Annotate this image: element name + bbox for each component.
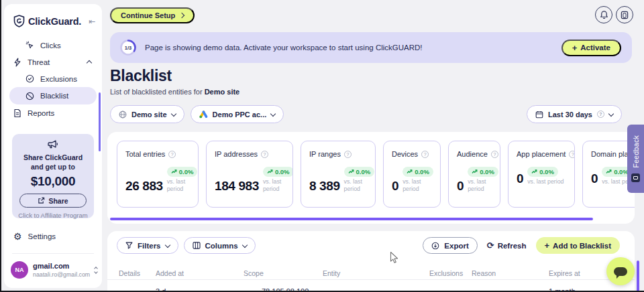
feedback-tab[interactable]: Feedback <box>627 125 644 193</box>
trend-badge: 0.0% <box>263 167 293 177</box>
trend-value: 0.0% <box>480 168 494 175</box>
bell-icon <box>600 10 608 19</box>
sidebar-item-settings[interactable]: ⚙ Settings <box>13 232 56 241</box>
columns-label: Columns <box>205 242 238 250</box>
date-range-value: Last 30 days <box>548 111 592 119</box>
tooltip-icon[interactable]: ? <box>569 151 575 158</box>
column-header-added-at[interactable]: Added at <box>156 269 184 277</box>
stat-card-ip-addresses: IP addresses? 184 983 0.0%vs. last perio… <box>206 141 293 208</box>
affiliate-promo-card[interactable]: Share ClickGuard and get up to $10,000 S… <box>12 134 94 218</box>
clickguard-shield-icon <box>13 15 25 27</box>
sidebar-item-label: Exclusions <box>40 75 77 83</box>
column-header-reason[interactable]: Reason <box>472 269 496 277</box>
tooltip-icon[interactable]: ? <box>491 151 498 158</box>
vs-label: vs. last period <box>167 178 198 193</box>
columns-button[interactable]: Columns <box>184 237 256 254</box>
subtitle-site-name: Demo site <box>205 88 240 96</box>
share-button[interactable]: Share <box>19 194 87 208</box>
add-to-blacklist-button[interactable]: + Add to Blacklist <box>536 237 621 254</box>
horizontal-scrollbar[interactable] <box>110 218 593 220</box>
vertical-scrollbar[interactable] <box>637 261 639 292</box>
plus-icon: + <box>545 241 550 250</box>
tooltip-icon[interactable]: ? <box>421 151 429 158</box>
account-selector[interactable]: Demo PPC ac... <box>191 105 284 123</box>
chevron-down-icon <box>170 111 176 116</box>
tooltip-icon[interactable]: ? <box>344 151 352 158</box>
plus-icon: + <box>572 44 578 52</box>
document-icon <box>13 108 21 118</box>
settings-label: Settings <box>28 232 56 240</box>
chevron-right-icon <box>179 13 184 18</box>
share-label: Share <box>48 197 68 205</box>
lightning-icon <box>13 58 21 67</box>
stat-label: App placement <box>517 150 566 158</box>
tooltip-icon[interactable]: ? <box>168 151 176 158</box>
check-circle-icon <box>25 74 34 83</box>
stat-card-devices: Devices? 0 0.0%vs. last period <box>383 141 441 208</box>
column-header-expires-at[interactable]: Expires at <box>549 269 580 277</box>
stat-label: Devices <box>392 150 418 158</box>
trend-value: 0.0% <box>539 168 554 175</box>
globe-icon <box>119 111 127 119</box>
filter-funnel-icon <box>125 242 133 249</box>
account-selector-value: Demo PPC ac... <box>213 111 267 119</box>
export-button[interactable]: Export <box>423 237 477 254</box>
promo-headline: Share ClickGuard and get up to <box>12 153 94 171</box>
site-selector[interactable]: Demo site <box>110 105 184 123</box>
continue-setup-button[interactable]: Continue Setup <box>110 7 195 23</box>
column-header-details[interactable]: Details <box>119 269 140 277</box>
sidebar-item-exclusions[interactable]: Exclusions <box>4 70 102 87</box>
user-menu[interactable]: NA gmail.com naatali.ro@gmail.com <box>11 261 97 279</box>
trend-up-icon <box>348 169 354 174</box>
date-range-selector[interactable]: Last 30 days ? <box>527 105 622 123</box>
stat-card-app-placement: App placement? 0 0.0%vs. last period <box>508 141 575 208</box>
refresh-button[interactable]: ⟳ Refresh <box>487 241 527 250</box>
promo-footer: Click to Affiliate Program <box>12 212 94 219</box>
stat-card-ip-ranges: IP ranges? 8 389 0.0%vs. last period <box>301 141 376 208</box>
sidebar-item-threat[interactable]: Threat <box>4 54 102 70</box>
chevron-down-icon <box>608 111 614 116</box>
demo-data-banner: 1/3 Page is showing demo data. Activate … <box>110 32 632 63</box>
docs-button[interactable] <box>616 6 633 23</box>
trend-up-icon <box>606 169 612 174</box>
continue-setup-label: Continue Setup <box>121 11 175 19</box>
trend-up-icon <box>171 169 177 174</box>
column-header-entity[interactable]: Entity <box>323 269 340 277</box>
activate-label: Activate <box>580 44 610 52</box>
chat-widget-button[interactable] <box>606 257 635 285</box>
download-icon <box>431 242 439 250</box>
activate-button[interactable]: + Activate <box>561 40 621 56</box>
trend-up-icon <box>472 169 478 174</box>
column-header-scope[interactable]: Scope <box>244 269 264 277</box>
sidebar-item-clicks[interactable]: Clicks <box>4 37 102 54</box>
chat-bubble-icon <box>614 267 627 276</box>
collapse-sidebar-icon[interactable]: ⇤ <box>89 17 95 26</box>
mouse-cursor <box>390 251 399 265</box>
sidebar-item-label: Blacklist <box>40 92 68 100</box>
column-header-exclusions[interactable]: Exclusions <box>429 269 463 277</box>
sidebar-nav: Clicks Threat Exclusions Blacklist Repor… <box>4 31 102 121</box>
tooltip-icon[interactable]: ? <box>261 151 268 158</box>
calendar-icon <box>535 111 543 119</box>
sidebar-item-blacklist[interactable]: Blacklist <box>9 87 97 104</box>
trend-up-icon <box>531 169 537 174</box>
stat-label: Total entries <box>125 150 165 158</box>
trend-badge: 0.0% <box>527 167 558 177</box>
gear-icon: ⚙ <box>13 232 22 241</box>
stat-label: IP ranges <box>309 150 341 158</box>
megaphone-icon <box>47 139 59 149</box>
sidebar-item-reports[interactable]: Reports <box>4 104 102 121</box>
stat-card-audience: Audience? 0 0.0%vs. last period <box>448 141 500 208</box>
sidebar: ClickGuard. ⇤ Clicks Threat Exclusions B… <box>4 4 102 288</box>
notifications-button[interactable] <box>595 6 612 23</box>
filters-button[interactable]: Filters <box>117 237 178 254</box>
trend-badge: 0.0% <box>167 167 198 177</box>
user-email: naatali.ro@gmail.com <box>33 271 90 278</box>
trend-value: 0.0% <box>275 168 290 175</box>
tooltip-icon[interactable]: ? <box>597 111 604 118</box>
stat-label: Audience <box>457 150 488 158</box>
vs-label: vs. last period <box>527 178 564 186</box>
sidebar-item-label: Threat <box>28 58 50 66</box>
sidebar-divider <box>12 253 94 254</box>
filters-label: Filters <box>138 242 161 250</box>
